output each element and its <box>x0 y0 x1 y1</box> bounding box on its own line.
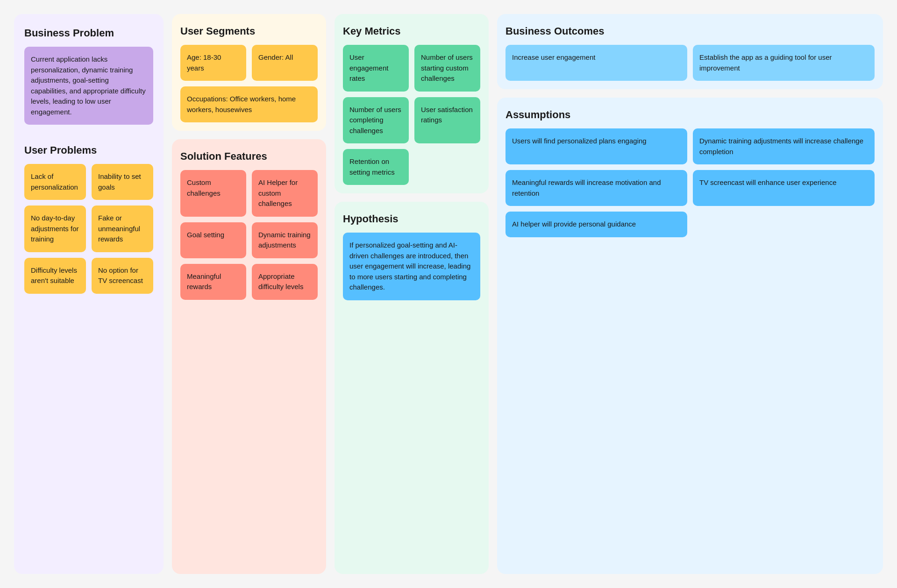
user-segment-card-0: Age: 18-30 years <box>180 45 246 81</box>
key-metric-card-3: User satisfaction ratings <box>414 97 480 144</box>
business-outcomes-title: Business Outcomes <box>505 25 875 37</box>
assumptions-section: Assumptions Users will find personalized… <box>497 98 883 574</box>
assumption-card-2: Meaningful rewards will increase motivat… <box>505 170 687 206</box>
user-segments-top-grid: Age: 18-30 years Gender: All <box>180 45 318 81</box>
solution-feature-card-1: AI Helper for custom challenges <box>252 170 318 217</box>
key-metrics-title: Key Metrics <box>343 25 480 37</box>
hypothesis-card: If personalized goal-setting and AI-driv… <box>343 233 480 300</box>
business-outcomes-grid: Increase user engagement Establish the a… <box>505 45 875 81</box>
hypothesis-title: Hypothesis <box>343 213 480 225</box>
solution-feature-card-3: Dynamic training adjustments <box>252 222 318 258</box>
hypothesis-section: Hypothesis If personalized goal-setting … <box>335 202 489 574</box>
user-segments-title: User Segments <box>180 25 318 37</box>
business-outcome-card-1: Establish the app as a guiding tool for … <box>693 45 875 81</box>
key-metric-card-4: Retention on setting metrics <box>343 149 409 185</box>
assumption-card-0: Users will find personalized plans engag… <box>505 128 687 164</box>
key-metric-card-0: User engagement rates <box>343 45 409 92</box>
solution-feature-card-0: Custom challenges <box>180 170 246 217</box>
assumption-card-1: Dynamic training adjustments will increa… <box>693 128 875 164</box>
user-problem-card-4: Difficulty levels aren't suitable <box>24 258 86 294</box>
assumptions-title: Assumptions <box>505 109 875 121</box>
solution-feature-card-4: Meaningful rewards <box>180 264 246 300</box>
user-problem-card-3: Fake or unmeaningful rewards <box>92 205 153 252</box>
user-problems-title: User Problems <box>24 144 153 156</box>
user-problem-card-5: No option for TV screencast <box>92 258 153 294</box>
key-metric-card-2: Number of users completing challenges <box>343 97 409 144</box>
user-problems-grid: Lack of personalization Inability to set… <box>24 164 153 294</box>
user-segment-card-2: Occupations: Office workers, home worker… <box>180 86 318 122</box>
solution-feature-card-5: Appropriate difficulty levels <box>252 264 318 300</box>
solution-features-grid: Custom challenges AI Helper for custom c… <box>180 170 318 300</box>
user-segments-section: User Segments Age: 18-30 years Gender: A… <box>172 14 326 131</box>
user-problem-card-0: Lack of personalization <box>24 164 86 200</box>
key-metrics-section: Key Metrics User engagement rates Number… <box>335 14 489 193</box>
user-segment-card-1: Gender: All <box>252 45 318 81</box>
solution-features-title: Solution Features <box>180 150 318 163</box>
key-metrics-grid: User engagement rates Number of users st… <box>343 45 480 185</box>
assumption-card-3: TV screencast will enhance user experien… <box>693 170 875 206</box>
business-outcome-card-0: Increase user engagement <box>505 45 687 81</box>
key-metric-card-1: Number of users starting custom challeng… <box>414 45 480 92</box>
assumption-card-4: AI helper will provide personal guidance <box>505 212 687 237</box>
business-problem-title: Business Problem <box>24 27 153 39</box>
business-problem-section: Business Problem Current application lac… <box>24 27 153 130</box>
business-problem-card: Current application lacks personalizatio… <box>24 47 153 125</box>
user-problem-card-2: No day-to-day adjustments for training <box>24 205 86 252</box>
solution-feature-card-2: Goal setting <box>180 222 246 258</box>
business-outcomes-section: Business Outcomes Increase user engageme… <box>497 14 883 89</box>
assumptions-grid: Users will find personalized plans engag… <box>505 128 875 237</box>
solution-features-section: Solution Features Custom challenges AI H… <box>172 139 326 574</box>
user-problem-card-1: Inability to set goals <box>92 164 153 200</box>
user-problems-section: User Problems Lack of personalization In… <box>24 144 153 294</box>
